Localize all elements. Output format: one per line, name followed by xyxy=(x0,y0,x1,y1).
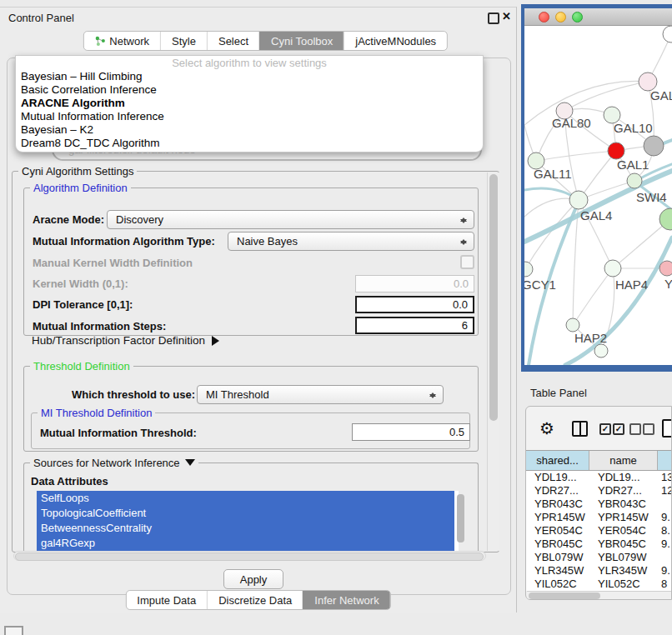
algorithm-definition-title: Algorithm Definition xyxy=(30,182,131,194)
mi-threshold-input[interactable]: 0.5 xyxy=(352,423,470,441)
network-edge-thick[interactable] xyxy=(524,171,672,242)
mi-steps-input[interactable]: 6 xyxy=(355,317,474,334)
network-node[interactable] xyxy=(644,136,664,156)
zoom-window-icon[interactable] xyxy=(572,12,583,22)
collapsed-arrow-icon xyxy=(212,336,224,346)
kernel-width-input[interactable]: 0.0 xyxy=(355,275,474,292)
attribute-item[interactable]: TopologicalCoefficient xyxy=(37,506,454,521)
network-edge-thick[interactable] xyxy=(565,238,672,365)
network-edge[interactable] xyxy=(525,200,579,269)
scrollbar-thumb[interactable] xyxy=(529,592,600,599)
tab-discretize-data[interactable]: Discretize Data xyxy=(207,591,303,609)
attributes-scrollbar[interactable] xyxy=(457,494,464,542)
hub-definition-toggle[interactable]: Hub/Transcription Factor Definition xyxy=(32,334,224,347)
network-node-gcy1[interactable] xyxy=(524,262,533,277)
algorithm-list: Bayesian – Hill ClimbingBasic Correlatio… xyxy=(16,70,483,150)
network-node-gal1[interactable] xyxy=(608,142,624,159)
network-node-swi4[interactable] xyxy=(627,173,642,188)
algorithm-option[interactable]: Basic Correlation Inference xyxy=(16,83,483,97)
combo-spinner-icon xyxy=(429,389,437,402)
tab-cyni-toolbox[interactable]: Cyni Toolbox xyxy=(259,32,344,50)
algorithm-option[interactable]: Dream8 DC_TDC Algorithm xyxy=(16,137,483,150)
apply-button[interactable]: Apply xyxy=(223,569,283,589)
mi-threshold-group: MI Threshold Definition Mutual Informati… xyxy=(31,412,470,449)
column-header-name[interactable]: name xyxy=(589,451,658,470)
table-cell: YIL052C xyxy=(526,578,589,591)
tab-infer-network[interactable]: Infer Network xyxy=(303,591,389,609)
which-threshold-label: Which threshold to use: xyxy=(72,388,195,401)
algorithm-popup-hint: Select algorithm to view settings xyxy=(16,57,483,70)
table-cell: YBR043C xyxy=(589,498,658,511)
scrollbar-thumb[interactable] xyxy=(15,552,484,561)
scrollbar-thumb[interactable] xyxy=(489,174,498,421)
dpi-tolerance-input[interactable]: 0.0 xyxy=(355,296,474,313)
close-panel-icon[interactable]: ✕ xyxy=(502,10,511,22)
network-node[interactable] xyxy=(594,344,608,358)
checked-checkbox-icon[interactable]: ✓ xyxy=(599,423,611,435)
tab-jactivemnodules[interactable]: jActiveMNodules xyxy=(344,32,447,50)
table-cell: YBR043C xyxy=(526,498,589,511)
threshold-definition-group: Threshold Definition Which threshold to … xyxy=(23,366,479,452)
manual-kernel-checkbox[interactable] xyxy=(460,255,474,269)
settings-vertical-scrollbar[interactable] xyxy=(487,172,499,551)
node-label: HAP4 xyxy=(615,278,648,292)
tab-label: Network xyxy=(109,35,149,48)
minimize-window-icon[interactable] xyxy=(555,12,566,22)
attribute-item[interactable]: gal4RGexp xyxy=(37,536,454,551)
tab-label: jActiveMNodules xyxy=(355,35,436,48)
aracne-mode-label: Aracne Mode: xyxy=(33,213,104,226)
column-header-partial[interactable] xyxy=(658,451,672,470)
algorithm-option[interactable]: ARACNE Algorithm xyxy=(16,97,483,110)
algorithm-option[interactable]: Bayesian – Hill Climbing xyxy=(16,70,483,83)
algorithm-option[interactable]: Bayesian – K2 xyxy=(16,123,483,137)
table-cell: YER054C xyxy=(526,524,589,538)
table-row[interactable]: YPR145WYPR145W9. xyxy=(526,511,672,524)
attribute-item[interactable]: BetweennessCentrality xyxy=(37,521,454,536)
tab-impute-data[interactable]: Impute Data xyxy=(126,591,207,609)
network-edge[interactable] xyxy=(573,268,613,325)
tab-style[interactable]: Style xyxy=(160,32,207,50)
table-horizontal-scrollbar[interactable] xyxy=(527,591,672,600)
which-threshold-combo[interactable]: MI Threshold xyxy=(197,385,444,404)
table-row[interactable]: YDL19...YDL19...13 xyxy=(526,471,672,484)
checked-checkbox-icon[interactable]: ✓ xyxy=(613,423,624,435)
tab-select[interactable]: Select xyxy=(207,32,259,50)
aracne-mode-combo[interactable]: Discovery xyxy=(107,210,474,229)
network-node-hap2[interactable] xyxy=(566,318,579,332)
network-edge[interactable] xyxy=(564,82,648,111)
table-row[interactable]: YBL079WYBL079W xyxy=(526,551,672,564)
attribute-item[interactable]: SelfLoops xyxy=(37,491,454,506)
cut-panel-icon[interactable] xyxy=(4,626,23,635)
manual-kernel-label: Manual Kernel Width Definition xyxy=(33,257,193,269)
combo-spinner-icon xyxy=(459,214,468,227)
unchecked-checkbox-icon[interactable] xyxy=(643,423,654,435)
network-node[interactable] xyxy=(663,26,672,42)
algorithm-option[interactable]: Mutual Information Inference xyxy=(16,110,483,123)
table-row[interactable]: YIL052CYIL052C8 xyxy=(526,578,672,591)
network-window-titlebar[interactable] xyxy=(524,8,672,26)
settings-horizontal-scrollbar[interactable] xyxy=(13,551,486,561)
tab-network[interactable]: Network xyxy=(83,32,160,50)
network-canvas[interactable]: GALGAL80GAL10GAL1GAL11SWI4GAL4GCY1HAP4YH… xyxy=(524,26,672,365)
cyni-bottom-tabbar: Impute DataDiscretize DataInfer Network xyxy=(125,590,390,610)
unchecked-checkbox-icon[interactable] xyxy=(629,423,641,435)
mi-type-value: Naive Bayes xyxy=(237,235,298,248)
table-row[interactable]: YLR345WYLR345W9. xyxy=(526,564,672,578)
document-icon[interactable] xyxy=(662,419,672,438)
close-window-icon[interactable] xyxy=(539,12,549,22)
column-header-shared...[interactable]: shared... xyxy=(526,451,589,470)
network-node-hap4[interactable] xyxy=(604,260,621,277)
sources-group-title[interactable]: Sources for Network Inference xyxy=(30,457,198,469)
table-row[interactable]: YDR27...YDR27...12 xyxy=(526,484,672,498)
split-columns-icon[interactable] xyxy=(572,421,588,437)
mi-type-combo[interactable]: Naive Bayes xyxy=(228,232,474,251)
network-edge[interactable] xyxy=(536,151,616,161)
gear-icon[interactable]: ⚙ xyxy=(539,418,554,438)
network-node-gal4[interactable] xyxy=(569,191,588,209)
table-row[interactable]: YER054CYER054C8. xyxy=(526,524,672,538)
float-panel-icon[interactable] xyxy=(488,12,499,24)
table-row[interactable]: YBR045CYBR045C9. xyxy=(526,538,672,551)
network-node-y[interactable] xyxy=(659,261,672,276)
table-cell: YPR145W xyxy=(589,511,658,524)
table-row[interactable]: YBR043CYBR043C xyxy=(526,498,672,511)
